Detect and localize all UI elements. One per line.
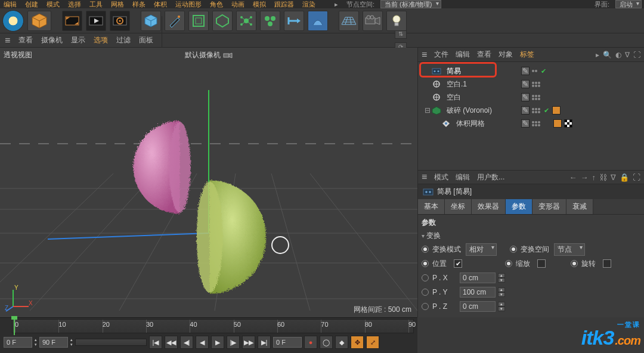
eye-icon[interactable]: ◐ — [615, 51, 621, 59]
pz-input[interactable]: 0 cm — [460, 301, 496, 312]
prev-key-icon[interactable]: ◀◀ — [165, 336, 178, 349]
om-menu-item[interactable]: 对象 — [499, 49, 513, 60]
goto-start-icon[interactable]: |◀ — [149, 336, 162, 349]
px-input[interactable]: 0 cm — [460, 273, 496, 283]
layer-tag-icon[interactable]: ✎ — [521, 93, 530, 101]
render-pv-icon[interactable] — [86, 11, 106, 31]
tree-row[interactable]: ⊟ 破碎 (Voronoi) — [424, 104, 518, 117]
hamburger-icon[interactable]: ≡ — [422, 49, 427, 60]
maximize-icon[interactable]: ⛶ — [633, 51, 640, 59]
am-menu-item[interactable]: 编辑 — [456, 172, 470, 182]
menu-item[interactable]: 模拟 — [252, 0, 267, 8]
menu-item[interactable]: 模式 — [45, 0, 61, 8]
timeline-ruler[interactable]: 0102030405060708090 — [12, 319, 414, 333]
search-icon[interactable]: 🔍 — [603, 51, 612, 59]
vp-menu-item[interactable]: 选项 — [94, 35, 108, 45]
tree-row[interactable]: 简易 — [424, 64, 518, 78]
light-icon[interactable] — [386, 11, 407, 31]
spinner-icon[interactable]: ▴▾ — [498, 273, 505, 283]
spinner-icon[interactable]: ▴▾ — [35, 337, 37, 347]
radio-icon[interactable] — [510, 246, 517, 253]
link-icon[interactable]: ⛓ — [599, 173, 607, 182]
transform-mode-dropdown[interactable]: 相对 — [466, 243, 497, 256]
floor-icon[interactable] — [339, 11, 359, 31]
cloner-icon[interactable] — [260, 11, 280, 31]
radio-icon[interactable] — [505, 260, 512, 267]
layer-tag-icon[interactable]: ✎ — [521, 106, 530, 114]
step-back-icon[interactable]: ◀| — [180, 336, 193, 349]
tab-effector[interactable]: 效果器 — [472, 199, 506, 214]
radio-icon[interactable] — [422, 246, 429, 253]
menu-item[interactable]: 创建 — [24, 0, 39, 8]
menu-item[interactable]: 体积 — [153, 0, 168, 8]
tree-row[interactable]: 空白 — [424, 91, 518, 104]
radio-icon[interactable] — [422, 303, 429, 310]
object-tree[interactable]: 简易 空白.1 空白 ⊟ 破碎 (Voronoi) — [418, 62, 644, 137]
radio-icon[interactable] — [422, 274, 429, 281]
menu-item[interactable]: 样条 — [131, 0, 147, 8]
nav-fwd-icon[interactable]: → — [581, 173, 589, 182]
menu-item[interactable]: 渲染 — [301, 0, 317, 8]
layout-dropdown[interactable]: 启动 — [615, 0, 642, 8]
radio-icon[interactable] — [422, 289, 429, 296]
render-settings-icon[interactable] — [110, 11, 130, 31]
menu-item[interactable]: 角色 — [209, 0, 224, 8]
lock-icon[interactable]: 🔒 — [620, 173, 629, 182]
om-menu-item[interactable]: 标签 — [520, 49, 534, 60]
play-fwd-icon[interactable]: ▶ — [211, 336, 224, 349]
more-icon[interactable]: ▸ — [596, 51, 599, 59]
transform-space-dropdown[interactable]: 节点 — [554, 243, 585, 256]
menu-item[interactable]: 网格 — [110, 0, 125, 8]
subdivision-icon[interactable] — [188, 11, 209, 31]
position-checkbox[interactable]: ✔ — [454, 259, 462, 268]
tag-icon[interactable] — [553, 119, 562, 128]
generator-icon[interactable] — [212, 11, 233, 31]
spinner-icon[interactable]: ▴▾ — [498, 287, 505, 297]
enable-check-icon[interactable]: ✔ — [540, 67, 547, 75]
vp-menu-item[interactable]: 面板 — [139, 35, 153, 45]
menu-item[interactable]: 动画 — [230, 0, 246, 8]
menu-item[interactable]: 编辑 — [2, 0, 18, 8]
radio-icon[interactable] — [422, 260, 429, 267]
goto-end-icon[interactable]: ▶| — [258, 336, 271, 349]
radio-icon[interactable] — [571, 260, 578, 267]
tab-parameter[interactable]: 参数 — [506, 199, 532, 214]
timeline-mini[interactable] — [75, 339, 147, 346]
py-input[interactable]: 100 cm — [460, 287, 496, 298]
autokey-icon[interactable]: ◯ — [320, 336, 333, 349]
tag-icon[interactable] — [552, 106, 561, 114]
menu-item[interactable]: 运动图形 — [174, 0, 203, 8]
render-view-icon[interactable] — [62, 11, 82, 31]
tree-label[interactable]: 空白 — [444, 92, 463, 103]
record-icon[interactable]: ● — [304, 336, 317, 349]
spinner-icon[interactable]: ▴▾ — [498, 302, 505, 311]
tree-label[interactable]: 体积网格 — [454, 118, 487, 129]
nav-back-icon[interactable]: ← — [569, 173, 577, 182]
hamburger-icon[interactable]: ≡ — [422, 172, 427, 182]
node-space-dropdown[interactable]: 当前 (标准/物理) — [380, 0, 441, 8]
om-menu-item[interactable]: 编辑 — [456, 49, 470, 60]
range-end-input[interactable]: 90 F — [39, 337, 68, 348]
filter-icon[interactable]: ∇ — [625, 51, 630, 59]
next-key-icon[interactable]: ▶▶ — [242, 336, 255, 349]
layer-tag-icon[interactable]: ✎ — [521, 119, 530, 128]
rotation-checkbox[interactable] — [603, 259, 611, 268]
tab-deformer[interactable]: 变形器 — [532, 199, 566, 214]
tab-basic[interactable]: 基本 — [418, 199, 445, 214]
vp-menu-item[interactable]: 查看 — [18, 35, 33, 45]
step-fwd-icon[interactable]: |▶ — [227, 336, 240, 349]
nav-up-icon[interactable]: ↑ — [592, 173, 596, 182]
field-icon[interactable] — [236, 11, 256, 31]
menu-item[interactable]: 选择 — [67, 0, 82, 8]
layer-tag-icon[interactable]: ✎ — [521, 67, 530, 75]
range-start-input[interactable]: 0 F — [4, 337, 32, 348]
viewport[interactable]: 透视视图 默认摄像机 — [0, 48, 417, 317]
tree-row[interactable]: 体积网格 — [424, 117, 518, 130]
texture-tag-icon[interactable] — [564, 119, 572, 128]
deformer-icon[interactable] — [308, 11, 328, 31]
hamburger-icon[interactable]: ≡ — [5, 35, 10, 46]
keyframe-btn-icon[interactable]: ✥ — [351, 336, 364, 349]
menu-item[interactable]: 工具 — [88, 0, 104, 8]
vp-menu-item[interactable]: 显示 — [71, 35, 85, 45]
tab-coord[interactable]: 坐标 — [445, 199, 472, 214]
